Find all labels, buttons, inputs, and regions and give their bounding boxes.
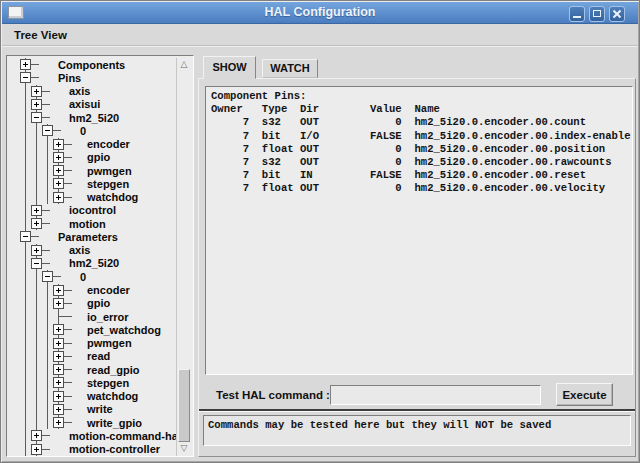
tree-item[interactable]: pwmgen xyxy=(9,337,178,350)
tree-item[interactable]: Parameters xyxy=(9,230,178,243)
tree-item[interactable]: read xyxy=(9,350,178,363)
tree-item[interactable]: 0 xyxy=(9,270,178,283)
tree-item[interactable]: read_gpio xyxy=(9,363,178,376)
title-bar[interactable]: HAL Configuration xyxy=(2,2,638,24)
expand-icon[interactable] xyxy=(53,324,64,335)
tree-item[interactable]: Pins xyxy=(9,71,178,84)
component-pins-listing: Component Pins: Owner Type Dir Value Nam… xyxy=(206,87,632,196)
tree-item[interactable]: write xyxy=(9,403,178,416)
expand-icon[interactable] xyxy=(53,391,64,402)
expand-icon[interactable] xyxy=(20,59,31,70)
tree-item[interactable]: iocontrol xyxy=(9,204,178,217)
tree-item[interactable]: motion-controller xyxy=(9,443,178,456)
tree-stub-line xyxy=(64,382,72,383)
tree-item[interactable]: stepgen xyxy=(9,376,178,389)
expand-icon[interactable] xyxy=(31,86,42,97)
expand-icon[interactable] xyxy=(53,192,64,203)
expand-icon[interactable] xyxy=(31,245,42,256)
tree-item[interactable]: motion-command-handl xyxy=(9,429,178,442)
tree-item[interactable]: 0 xyxy=(9,124,178,137)
tree-item[interactable]: pet_watchdog xyxy=(9,323,178,336)
tree-item[interactable]: watchdog xyxy=(9,191,178,204)
tree-item[interactable]: gpio xyxy=(9,151,178,164)
expand-icon[interactable] xyxy=(53,417,64,428)
tree-guide-line xyxy=(47,284,48,297)
scroll-up-icon[interactable]: △ xyxy=(177,58,191,72)
tree-stub-line xyxy=(64,197,72,198)
hal-configuration-window: HAL Configuration Tree View ComponentsPi… xyxy=(0,0,640,463)
menu-item-tree-view[interactable]: Tree View xyxy=(10,27,71,43)
collapse-icon[interactable] xyxy=(42,125,53,136)
show-tab-pane: Component Pins: Owner Type Dir Value Nam… xyxy=(198,78,636,457)
expand-icon[interactable] xyxy=(31,205,42,216)
tree-item[interactable]: write_gpio xyxy=(9,416,178,429)
execute-button[interactable]: Execute xyxy=(556,383,613,406)
tree-guide-line xyxy=(36,151,37,164)
expand-icon[interactable] xyxy=(53,377,64,388)
tree-item[interactable]: stepgen xyxy=(9,177,178,190)
expand-icon[interactable] xyxy=(53,165,64,176)
minimize-button[interactable] xyxy=(569,6,585,22)
expand-icon[interactable] xyxy=(53,298,64,309)
expand-icon[interactable] xyxy=(53,285,64,296)
scrollbar-thumb[interactable] xyxy=(178,369,190,442)
tree-item[interactable]: hm2_5i20 xyxy=(9,257,178,270)
tree-guide-line xyxy=(25,191,26,204)
tree-guide-line xyxy=(36,284,37,297)
tree-item-label: stepgen xyxy=(87,377,129,389)
tree-canvas[interactable]: ComponentsPinsaxisaxisuihm2_5i200encoder… xyxy=(9,58,178,456)
maximize-button[interactable] xyxy=(589,6,605,22)
collapse-icon[interactable] xyxy=(31,112,42,123)
expand-icon[interactable] xyxy=(53,364,64,375)
scroll-down-icon[interactable]: ▽ xyxy=(177,442,191,456)
tree-item[interactable]: axis xyxy=(9,244,178,257)
close-button[interactable] xyxy=(609,6,625,22)
tree-item[interactable]: encoder xyxy=(9,284,178,297)
tree-item-label: iocontrol xyxy=(69,204,116,216)
expand-icon[interactable] xyxy=(53,351,64,362)
tree-item[interactable]: hm2_5i20 xyxy=(9,111,178,124)
collapse-icon[interactable] xyxy=(20,231,31,242)
tree-item[interactable]: io_error xyxy=(9,310,178,323)
tree-scrollbar[interactable]: △ ▽ xyxy=(176,58,191,456)
collapse-icon[interactable] xyxy=(20,72,31,83)
tree-guide-line xyxy=(36,363,37,376)
tree-guide-line xyxy=(36,177,37,190)
expand-icon[interactable] xyxy=(31,99,42,110)
expand-icon[interactable] xyxy=(31,218,42,229)
tab-watch[interactable]: WATCH xyxy=(262,59,318,78)
expand-icon[interactable] xyxy=(53,404,64,415)
tree-guide-line xyxy=(36,124,37,137)
tree-stub-line xyxy=(31,64,39,65)
tab-show[interactable]: SHOW xyxy=(203,56,256,79)
tree-item[interactable]: encoder xyxy=(9,138,178,151)
expand-icon[interactable] xyxy=(31,444,42,455)
tree-item[interactable]: axis xyxy=(9,85,178,98)
tree-item[interactable]: Components xyxy=(9,58,178,71)
tree-stub-line xyxy=(64,144,72,145)
collapse-icon[interactable] xyxy=(42,271,53,282)
tree-item-label: write_gpio xyxy=(87,417,142,429)
expand-icon[interactable] xyxy=(31,430,42,441)
hal-output-area[interactable]: Component Pins: Owner Type Dir Value Nam… xyxy=(205,86,633,375)
tree-item[interactable]: axisui xyxy=(9,98,178,111)
expand-icon[interactable] xyxy=(53,178,64,189)
tree-guide-line xyxy=(36,297,37,310)
tree-guide-line xyxy=(36,270,37,283)
tree-guide-line xyxy=(47,323,48,336)
tree-guide-line xyxy=(25,284,26,297)
tree-item[interactable]: motion xyxy=(9,217,178,230)
tree-stub-line xyxy=(42,435,50,436)
tree-guide-line xyxy=(25,164,26,177)
expand-icon[interactable] xyxy=(53,139,64,150)
tree-item-label: axis xyxy=(69,85,90,97)
tree-item[interactable]: pwmgen xyxy=(9,164,178,177)
tree-panel: ComponentsPinsaxisaxisuihm2_5i200encoder… xyxy=(6,55,194,457)
tree-item[interactable]: gpio xyxy=(9,297,178,310)
tree-item[interactable]: watchdog xyxy=(9,390,178,403)
tree-guide-line xyxy=(25,297,26,310)
expand-icon[interactable] xyxy=(53,338,64,349)
expand-icon[interactable] xyxy=(53,152,64,163)
hal-command-input[interactable] xyxy=(330,385,541,405)
collapse-icon[interactable] xyxy=(31,258,42,269)
